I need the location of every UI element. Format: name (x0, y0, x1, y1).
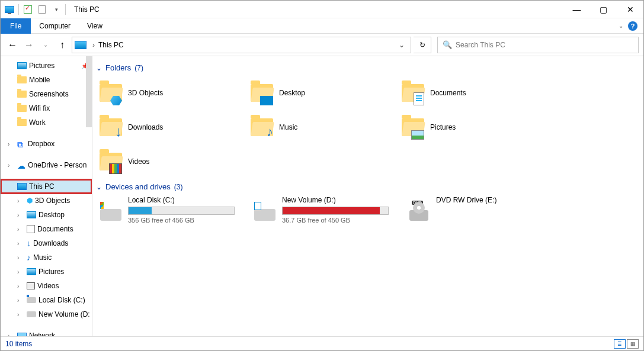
hdd-icon (100, 209, 121, 221)
monitor-icon (5, 6, 14, 13)
refresh-button[interactable]: ↻ (414, 37, 431, 53)
view-details-button[interactable]: ≣ (614, 339, 626, 349)
download-icon: ↓ (115, 123, 122, 140)
expander-icon[interactable]: › (17, 255, 24, 261)
drive-item-d[interactable]: New Volume (D:) 36.7 GB free of 450 GB (249, 195, 403, 225)
search-icon: 🔍 (443, 40, 452, 49)
folder-item-documents[interactable]: Documents (397, 76, 548, 110)
document-icon (39, 5, 46, 14)
window-controls: — ▢ ✕ (563, 1, 643, 18)
drive-usage-bar (128, 207, 235, 215)
tree-item-screenshots[interactable]: Screenshots (1, 87, 92, 101)
drive-item-c[interactable]: Local Disk (C:) 356 GB free of 456 GB (95, 195, 249, 225)
music-icon: ♪ (27, 253, 31, 262)
address-bar[interactable]: › This PC ⌄ (72, 37, 411, 53)
disk-icon (27, 311, 36, 317)
desktop-icon (260, 96, 273, 105)
window-title: This PC (69, 5, 104, 14)
scrollbar-thumb[interactable] (86, 56, 92, 127)
quick-access-toolbar: ▾ (1, 3, 69, 16)
qat-app-icon[interactable] (3, 3, 16, 16)
tree-item-pictures[interactable]: Pictures📌 (1, 59, 92, 73)
nav-up-button[interactable]: ↑ (55, 38, 69, 52)
tree-item-mobile[interactable]: Mobile (1, 73, 92, 87)
tree-item-dropbox[interactable]: ›⧉Dropbox (1, 137, 92, 151)
folders-grid: 3D Objects Desktop Documents ↓Downloads … (95, 76, 637, 179)
navigation-tree[interactable]: Pictures📌 Mobile Screenshots Wifi fix Wo… (1, 56, 92, 336)
expander-icon[interactable]: › (17, 198, 24, 204)
tree-item-localdisk[interactable]: ›Local Disk (C:) (1, 293, 92, 307)
nav-recent-dropdown[interactable]: ⌄ (39, 38, 53, 52)
tree-item-work[interactable]: Work (1, 115, 92, 130)
tree-item-videos[interactable]: ›Videos (1, 279, 92, 293)
chevron-down-icon: ⌄ (96, 64, 102, 72)
tree-item-music[interactable]: ›♪Music (1, 250, 92, 265)
search-placeholder: Search This PC (456, 41, 505, 49)
address-history-dropdown[interactable]: ⌄ (395, 41, 408, 49)
expander-icon[interactable]: › (8, 141, 15, 147)
tree-item-pictures2[interactable]: ›Pictures (1, 265, 92, 279)
folder-item-3dobjects[interactable]: 3D Objects (95, 76, 246, 110)
expander-icon[interactable]: › (17, 269, 24, 275)
expander-icon[interactable]: › (17, 311, 24, 318)
nav-forward-button[interactable]: → (22, 38, 36, 52)
video-icon (27, 282, 35, 289)
folder-icon (17, 105, 27, 112)
tree-item-downloads[interactable]: ›↓Downloads (1, 236, 92, 250)
nav-back-button[interactable]: ← (5, 38, 20, 52)
tree-item-newvolume[interactable]: ›New Volume (D: (1, 307, 92, 321)
tree-item-wififix[interactable]: Wifi fix (1, 101, 92, 115)
dropbox-icon: ⧉ (17, 140, 25, 148)
expander-icon[interactable]: › (17, 226, 24, 233)
onedrive-icon: ☁ (17, 161, 25, 169)
folder-icon (17, 119, 27, 126)
expander-icon[interactable]: › (17, 212, 24, 218)
search-input[interactable]: 🔍 Search This PC (437, 37, 639, 53)
expand-ribbon-button[interactable]: ⌄ (619, 22, 623, 29)
video-icon (109, 163, 122, 174)
ribbon-tab-view[interactable]: View (79, 18, 111, 34)
maximize-button[interactable]: ▢ (590, 1, 617, 18)
tree-item-thispc[interactable]: ⌄This PC (1, 179, 92, 194)
separator (65, 4, 66, 15)
group-header-folders[interactable]: ⌄ Folders (7) (95, 60, 637, 76)
expander-icon[interactable]: › (17, 283, 24, 289)
qat-new-button[interactable] (36, 3, 49, 16)
ribbon-tab-computer[interactable]: Computer (31, 18, 79, 34)
expander-icon[interactable]: › (8, 162, 15, 169)
titlebar: ▾ This PC — ▢ ✕ (1, 1, 643, 18)
expander-icon[interactable]: › (17, 297, 24, 304)
content-pane[interactable]: ⌄ Folders (7) 3D Objects Desktop Documen… (92, 56, 643, 336)
folder-item-pictures[interactable]: Pictures (397, 110, 548, 144)
minimize-button[interactable]: — (563, 1, 590, 18)
status-item-count: 10 items (5, 340, 32, 348)
navigation-bar: ← → ⌄ ↑ › This PC ⌄ ↻ 🔍 Search This PC (1, 34, 643, 56)
ribbon-tabs: File Computer View ⌄ ? (1, 18, 643, 34)
ribbon-file-tab[interactable]: File (1, 18, 31, 34)
qat-properties-button[interactable] (21, 3, 34, 16)
chevron-down-icon: ⌄ (96, 183, 102, 191)
view-large-button[interactable]: ▦ (627, 339, 639, 349)
folder-item-videos[interactable]: Videos (95, 144, 246, 179)
help-icon[interactable]: ? (628, 21, 637, 31)
folder-item-desktop[interactable]: Desktop (246, 76, 397, 110)
folder-item-downloads[interactable]: ↓Downloads (95, 110, 246, 144)
checkbox-icon (24, 5, 32, 14)
expander-icon[interactable]: › (17, 240, 24, 247)
expander-icon[interactable]: › (8, 333, 15, 337)
group-header-devices[interactable]: ⌄ Devices and drives (3) (95, 179, 637, 195)
qat-dropdown-button[interactable]: ▾ (50, 3, 63, 16)
tree-item-3dobjects[interactable]: ›⬢3D Objects (1, 194, 92, 208)
tree-item-desktop[interactable]: ›Desktop (1, 208, 92, 222)
drive-usage-bar (282, 207, 389, 215)
drive-item-dvd[interactable]: DVD DVD RW Drive (E:) (403, 195, 557, 225)
close-button[interactable]: ✕ (617, 1, 643, 18)
tree-item-network[interactable]: ›Network (1, 329, 92, 336)
folder-item-music[interactable]: ♪Music (246, 110, 397, 144)
chevron-right-icon[interactable]: › (89, 41, 98, 49)
tree-item-onedrive[interactable]: ›☁OneDrive - Person (1, 158, 92, 172)
document-icon (414, 92, 424, 105)
download-icon: ↓ (27, 239, 31, 248)
dvd-icon: DVD (409, 210, 428, 221)
tree-item-documents[interactable]: ›Documents (1, 222, 92, 236)
